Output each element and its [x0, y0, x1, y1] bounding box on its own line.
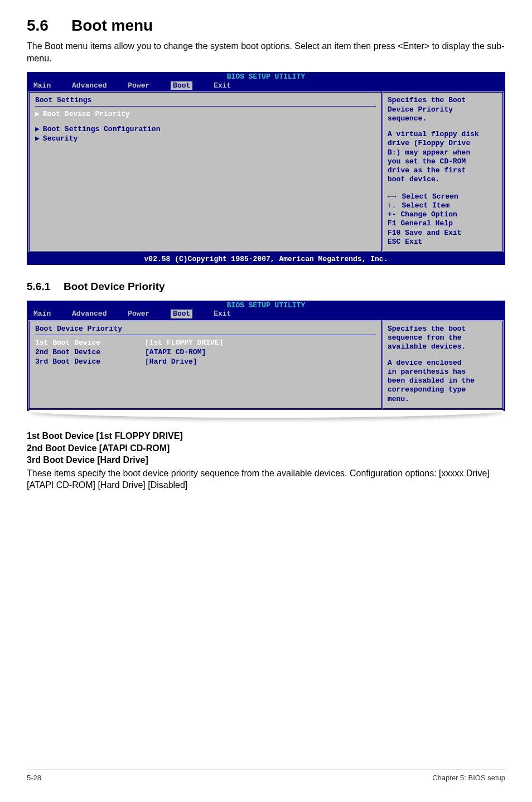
spacer: [388, 123, 498, 130]
item-3rd-boot-heading: 3rd Boot Device [Hard Drive]: [27, 454, 505, 466]
help-line: B:) may appear when: [388, 148, 498, 157]
row-label: 3rd Boot Device: [35, 357, 100, 366]
item-description: These items specify the boot device prio…: [27, 467, 505, 491]
spacer: [388, 352, 498, 359]
help-line: drive as the first: [388, 166, 498, 175]
help-line: boot device.: [388, 175, 498, 184]
nav-change-option: +- Change Option: [388, 210, 498, 219]
section-number: 5.6: [27, 17, 71, 35]
help-line: been disabled in the: [388, 376, 498, 385]
spacer: [35, 119, 376, 125]
menu-boot-settings-config[interactable]: ▶Boot Settings Configuration: [35, 125, 376, 134]
tab-advanced[interactable]: Advanced: [72, 310, 107, 318]
divider: [35, 335, 376, 335]
page-footer: 5-28 Chapter 5: BIOS setup: [27, 770, 505, 782]
bios-title: BIOS SETUP UTILITY: [27, 72, 505, 81]
subsection-title: Boot Device Priority: [64, 281, 165, 292]
bios-tabs: Main Advanced Power Boot Exit: [27, 81, 505, 91]
nav-select-item: ↑↓ Select Item: [388, 201, 498, 210]
spacer: [35, 367, 376, 386]
chapter-label: Chapter 5: BIOS setup: [432, 774, 505, 782]
help-line: Specifies the boot: [388, 325, 498, 334]
bios-window-boot-settings: BIOS SETUP UTILITY Main Advanced Power B…: [27, 72, 505, 265]
menu-boot-device-priority[interactable]: ▶Boot Device Priority: [35, 110, 376, 119]
row-3rd-boot-device[interactable]: 3rd Boot Device[Hard Drive]: [35, 357, 376, 367]
section-heading: 5.6Boot menu: [27, 17, 505, 35]
tab-main[interactable]: Main: [33, 310, 51, 318]
menu-label: Security: [43, 134, 78, 143]
tab-advanced[interactable]: Advanced: [72, 81, 107, 90]
tab-exit[interactable]: Exit: [214, 81, 231, 90]
submenu-arrow-icon: ▶: [35, 110, 40, 118]
row-label: 1st Boot Device: [35, 339, 100, 347]
nav-block: ←→ Select Screen ↑↓ Select Item +- Chang…: [388, 192, 498, 247]
help-line: in parenthesis has: [388, 368, 498, 376]
help-line: drive (Floppy Drive: [388, 139, 498, 148]
spacer: [27, 418, 505, 430]
intro-text: The Boot menu items allow you to change …: [27, 40, 505, 64]
row-2nd-boot-device[interactable]: 2nd Boot Device[ATAPI CD-ROM]: [35, 348, 376, 357]
nav-save-exit: F10 Save and Exit: [388, 229, 498, 238]
up-down-arrow-icon: ↑↓: [388, 201, 400, 210]
divider: [35, 106, 376, 107]
page-number: 5-28: [27, 774, 41, 782]
device-priority-header: Boot Device Priority: [35, 325, 376, 333]
help-line: A virtual floppy disk: [388, 130, 498, 139]
help-line: menu.: [388, 395, 498, 404]
nav-exit: ESC Exit: [388, 238, 498, 247]
item-2nd-boot-heading: 2nd Boot Device [ATAPI CD-ROM]: [27, 442, 505, 455]
bios-left-pane: Boot Settings ▶Boot Device Priority ▶Boo…: [28, 91, 381, 253]
bios-window-device-priority: BIOS SETUP UTILITY Main Advanced Power B…: [27, 301, 505, 411]
spacer: [35, 144, 376, 222]
boot-settings-header: Boot Settings: [35, 96, 376, 104]
left-right-arrow-icon: ←→: [388, 192, 400, 201]
help-line: available devices.: [388, 342, 498, 351]
subsection-number: 5.6.1: [27, 281, 64, 293]
tab-main[interactable]: Main: [33, 81, 51, 90]
nav-general-help: F1 General Help: [388, 219, 498, 228]
tab-boot[interactable]: Boot: [171, 310, 192, 318]
tab-boot[interactable]: Boot: [171, 81, 192, 90]
bios-tabs: Main Advanced Power Boot Exit: [27, 310, 505, 320]
bios-copyright: v02.58 (C)Copyright 1985-2007, American …: [27, 254, 505, 265]
help-line: you set the CD-ROM: [388, 157, 498, 166]
tab-power[interactable]: Power: [128, 310, 149, 318]
page-curl-shadow: [28, 410, 504, 418]
bios-help-pane: Specifies the Boot Device Priority seque…: [381, 91, 504, 253]
section-title: Boot menu: [71, 17, 153, 34]
row-label: 2nd Boot Device: [35, 348, 100, 356]
bios-left-pane: Boot Device Priority 1st Boot Device[1st…: [28, 320, 381, 410]
item-1st-boot-heading: 1st Boot Device [1st FLOPPY DRIVE]: [27, 430, 505, 442]
tab-exit[interactable]: Exit: [214, 310, 231, 318]
row-value: [Hard Drive]: [145, 357, 197, 367]
help-line: Device Priority: [388, 105, 498, 114]
submenu-arrow-icon: ▶: [35, 134, 40, 143]
help-line: Specifies the Boot: [388, 96, 498, 105]
help-line: sequence.: [388, 114, 498, 123]
row-1st-boot-device[interactable]: 1st Boot Device[1st FLOPPY DRIVE]: [35, 339, 376, 348]
tab-power[interactable]: Power: [128, 81, 149, 90]
menu-security[interactable]: ▶Security: [35, 134, 376, 144]
nav-select-screen: ←→ Select Screen: [388, 192, 498, 201]
subsection-heading: 5.6.1Boot Device Priority: [27, 281, 505, 293]
row-value: [ATAPI CD-ROM]: [145, 348, 206, 357]
help-line: corresponding type: [388, 385, 498, 394]
menu-label: Boot Device Priority: [43, 110, 130, 118]
help-line: sequence from the: [388, 334, 498, 342]
bios-help-pane: Specifies the boot sequence from the ava…: [381, 320, 504, 410]
help-line: A device enclosed: [388, 359, 498, 368]
bios-title: BIOS SETUP UTILITY: [27, 301, 505, 310]
menu-label: Boot Settings Configuration: [43, 125, 161, 133]
row-value: [1st FLOPPY DRIVE]: [145, 339, 223, 348]
submenu-arrow-icon: ▶: [35, 125, 40, 133]
